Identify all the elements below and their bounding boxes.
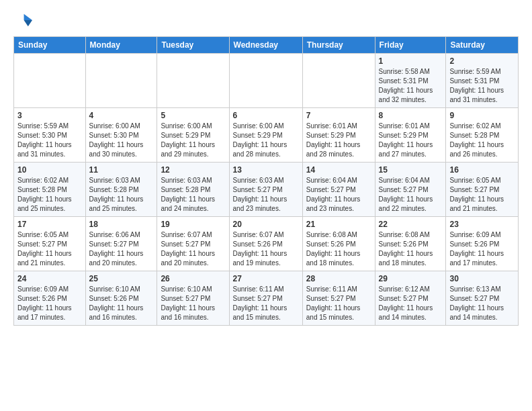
- day-info: Sunrise: 6:05 AM Sunset: 5:27 PM Dayligh…: [17, 230, 82, 268]
- weekday-header-wednesday: Wednesday: [229, 37, 302, 54]
- calendar-cell: [302, 54, 375, 108]
- day-info: Sunrise: 5:59 AM Sunset: 5:31 PM Dayligh…: [449, 67, 515, 105]
- day-number: 17: [17, 220, 82, 229]
- day-number: 22: [379, 220, 443, 229]
- day-info: Sunrise: 6:09 AM Sunset: 5:26 PM Dayligh…: [17, 285, 82, 322]
- day-info: Sunrise: 6:11 AM Sunset: 5:27 PM Dayligh…: [306, 285, 371, 322]
- day-info: Sunrise: 6:04 AM Sunset: 5:27 PM Dayligh…: [306, 176, 371, 214]
- svg-marker-1: [24, 20, 32, 26]
- calendar-week-row: 24Sunrise: 6:09 AM Sunset: 5:26 PM Dayli…: [14, 271, 519, 326]
- calendar-cell: 22Sunrise: 6:08 AM Sunset: 5:26 PM Dayli…: [375, 217, 446, 271]
- day-info: Sunrise: 6:04 AM Sunset: 5:27 PM Dayligh…: [379, 176, 443, 214]
- logo-icon: [13, 11, 32, 30]
- day-number: 11: [89, 165, 154, 175]
- calendar-cell: [229, 54, 302, 108]
- day-info: Sunrise: 6:08 AM Sunset: 5:26 PM Dayligh…: [379, 230, 443, 268]
- day-number: 18: [89, 220, 154, 229]
- calendar-cell: [157, 54, 229, 108]
- header: [13, 11, 519, 30]
- day-number: 8: [379, 111, 443, 120]
- weekday-header-friday: Friday: [375, 37, 446, 54]
- calendar-week-row: 3Sunrise: 5:59 AM Sunset: 5:30 PM Daylig…: [14, 108, 519, 163]
- weekday-header-thursday: Thursday: [302, 37, 375, 54]
- page: SundayMondayTuesdayWednesdayThursdayFrid…: [0, 0, 532, 336]
- day-info: Sunrise: 6:12 AM Sunset: 5:27 PM Dayligh…: [379, 285, 443, 322]
- calendar-cell: 7Sunrise: 6:01 AM Sunset: 5:29 PM Daylig…: [302, 108, 375, 163]
- day-number: 14: [306, 165, 371, 175]
- day-info: Sunrise: 6:13 AM Sunset: 5:27 PM Dayligh…: [449, 285, 515, 322]
- day-info: Sunrise: 5:58 AM Sunset: 5:31 PM Dayligh…: [379, 67, 443, 105]
- day-info: Sunrise: 6:05 AM Sunset: 5:27 PM Dayligh…: [449, 176, 515, 214]
- svg-marker-0: [24, 14, 32, 20]
- day-info: Sunrise: 6:06 AM Sunset: 5:27 PM Dayligh…: [89, 230, 154, 268]
- calendar-cell: 29Sunrise: 6:12 AM Sunset: 5:27 PM Dayli…: [375, 271, 446, 326]
- calendar-cell: 19Sunrise: 6:07 AM Sunset: 5:27 PM Dayli…: [157, 217, 229, 271]
- calendar-cell: 18Sunrise: 6:06 AM Sunset: 5:27 PM Dayli…: [85, 217, 157, 271]
- day-number: 7: [306, 111, 371, 120]
- calendar-cell: 13Sunrise: 6:03 AM Sunset: 5:27 PM Dayli…: [229, 163, 302, 217]
- day-number: 19: [161, 220, 225, 229]
- calendar-cell: 20Sunrise: 6:07 AM Sunset: 5:26 PM Dayli…: [229, 217, 302, 271]
- calendar-cell: 27Sunrise: 6:11 AM Sunset: 5:27 PM Dayli…: [229, 271, 302, 326]
- day-info: Sunrise: 6:03 AM Sunset: 5:28 PM Dayligh…: [89, 176, 154, 214]
- calendar-week-row: 17Sunrise: 6:05 AM Sunset: 5:27 PM Dayli…: [14, 217, 519, 271]
- calendar-cell: 10Sunrise: 6:02 AM Sunset: 5:28 PM Dayli…: [14, 163, 86, 217]
- day-number: 1: [379, 56, 443, 66]
- calendar-cell: 23Sunrise: 6:09 AM Sunset: 5:26 PM Dayli…: [446, 217, 519, 271]
- calendar-cell: 25Sunrise: 6:10 AM Sunset: 5:26 PM Dayli…: [85, 271, 157, 326]
- day-info: Sunrise: 6:02 AM Sunset: 5:28 PM Dayligh…: [449, 122, 515, 159]
- day-number: 3: [17, 111, 82, 120]
- day-number: 15: [379, 165, 443, 175]
- calendar-cell: 16Sunrise: 6:05 AM Sunset: 5:27 PM Dayli…: [446, 163, 519, 217]
- day-info: Sunrise: 6:03 AM Sunset: 5:27 PM Dayligh…: [233, 176, 299, 214]
- day-number: 10: [17, 165, 82, 175]
- weekday-header-sunday: Sunday: [14, 37, 86, 54]
- day-number: 9: [449, 111, 515, 120]
- day-info: Sunrise: 6:10 AM Sunset: 5:27 PM Dayligh…: [161, 285, 225, 322]
- calendar-cell: 15Sunrise: 6:04 AM Sunset: 5:27 PM Dayli…: [375, 163, 446, 217]
- calendar-cell: 8Sunrise: 6:01 AM Sunset: 5:29 PM Daylig…: [375, 108, 446, 163]
- day-number: 26: [161, 274, 225, 283]
- weekday-header-saturday: Saturday: [446, 37, 519, 54]
- day-number: 4: [89, 111, 154, 120]
- day-info: Sunrise: 6:02 AM Sunset: 5:28 PM Dayligh…: [17, 176, 82, 214]
- day-info: Sunrise: 5:59 AM Sunset: 5:30 PM Dayligh…: [17, 122, 82, 159]
- calendar-cell: 24Sunrise: 6:09 AM Sunset: 5:26 PM Dayli…: [14, 271, 86, 326]
- day-info: Sunrise: 6:10 AM Sunset: 5:26 PM Dayligh…: [89, 285, 154, 322]
- calendar-cell: 2Sunrise: 5:59 AM Sunset: 5:31 PM Daylig…: [446, 54, 519, 108]
- calendar-cell: [14, 54, 86, 108]
- day-number: 29: [379, 274, 443, 283]
- calendar-cell: 5Sunrise: 6:00 AM Sunset: 5:29 PM Daylig…: [157, 108, 229, 163]
- calendar-cell: 6Sunrise: 6:00 AM Sunset: 5:29 PM Daylig…: [229, 108, 302, 163]
- calendar-cell: 21Sunrise: 6:08 AM Sunset: 5:26 PM Dayli…: [302, 217, 375, 271]
- day-number: 23: [449, 220, 515, 229]
- day-info: Sunrise: 6:11 AM Sunset: 5:27 PM Dayligh…: [233, 285, 299, 322]
- day-number: 27: [233, 274, 299, 283]
- day-number: 20: [233, 220, 299, 229]
- calendar-cell: 9Sunrise: 6:02 AM Sunset: 5:28 PM Daylig…: [446, 108, 519, 163]
- day-info: Sunrise: 6:01 AM Sunset: 5:29 PM Dayligh…: [306, 122, 371, 159]
- calendar-cell: 4Sunrise: 6:00 AM Sunset: 5:30 PM Daylig…: [85, 108, 157, 163]
- calendar-cell: 14Sunrise: 6:04 AM Sunset: 5:27 PM Dayli…: [302, 163, 375, 217]
- weekday-header-row: SundayMondayTuesdayWednesdayThursdayFrid…: [14, 37, 519, 54]
- day-number: 28: [306, 274, 371, 283]
- calendar-cell: 26Sunrise: 6:10 AM Sunset: 5:27 PM Dayli…: [157, 271, 229, 326]
- calendar-cell: 11Sunrise: 6:03 AM Sunset: 5:28 PM Dayli…: [85, 163, 157, 217]
- calendar-cell: 3Sunrise: 5:59 AM Sunset: 5:30 PM Daylig…: [14, 108, 86, 163]
- day-number: 6: [233, 111, 299, 120]
- day-number: 30: [449, 274, 515, 283]
- day-number: 24: [17, 274, 82, 283]
- day-number: 21: [306, 220, 371, 229]
- calendar-cell: 30Sunrise: 6:13 AM Sunset: 5:27 PM Dayli…: [446, 271, 519, 326]
- day-info: Sunrise: 6:00 AM Sunset: 5:29 PM Dayligh…: [161, 122, 225, 159]
- day-info: Sunrise: 6:09 AM Sunset: 5:26 PM Dayligh…: [449, 230, 515, 268]
- day-number: 25: [89, 274, 154, 283]
- day-number: 16: [449, 165, 515, 175]
- day-info: Sunrise: 6:00 AM Sunset: 5:29 PM Dayligh…: [233, 122, 299, 159]
- day-info: Sunrise: 6:01 AM Sunset: 5:29 PM Dayligh…: [379, 122, 443, 159]
- calendar-cell: 17Sunrise: 6:05 AM Sunset: 5:27 PM Dayli…: [14, 217, 86, 271]
- day-number: 12: [161, 165, 225, 175]
- day-info: Sunrise: 6:08 AM Sunset: 5:26 PM Dayligh…: [306, 230, 371, 268]
- day-info: Sunrise: 6:00 AM Sunset: 5:30 PM Dayligh…: [89, 122, 154, 159]
- day-number: 5: [161, 111, 225, 120]
